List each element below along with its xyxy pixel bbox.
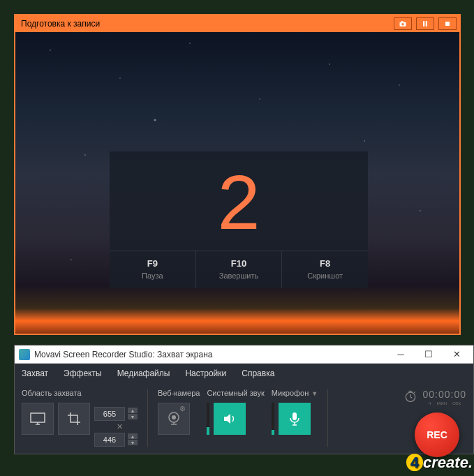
timer: 00:00:00 ч мин сек	[403, 389, 467, 406]
timer-unit-labels: ч мин сек	[428, 400, 461, 406]
countdown-number: 2	[110, 151, 368, 251]
capture-area-label: Область захвата	[22, 389, 138, 397]
crop-button[interactable]	[58, 403, 90, 435]
window-title: Movavi Screen Recorder Studio: Захват эк…	[34, 350, 387, 359]
width-up[interactable]: ▲	[128, 408, 138, 414]
close-button[interactable]: ✕	[443, 345, 471, 364]
hotkey-key: F9	[110, 258, 195, 269]
system-audio-level	[207, 403, 209, 435]
stop-button[interactable]	[438, 17, 457, 30]
microphone-icon	[286, 410, 303, 427]
speaker-icon	[221, 410, 238, 427]
microphone-section: Микрофон▼	[272, 389, 318, 447]
clock-icon[interactable]	[403, 389, 417, 406]
capture-area-frame: Подготовка к записи 2 F9 Пауза F10 Завер…	[14, 14, 461, 335]
countdown-panel: 2 F9 Пауза F10 Завершить F8 Скриншот	[110, 151, 368, 288]
webcam-toggle[interactable]: ⚙	[158, 403, 190, 435]
menu-settings[interactable]: Настройки	[185, 369, 226, 378]
camera-button[interactable]	[394, 17, 412, 30]
svg-rect-6	[31, 413, 45, 422]
gear-icon[interactable]: ⚙	[179, 405, 188, 413]
overlay-top-bar: Подготовка к записи	[15, 15, 459, 32]
menu-capture[interactable]: Захват	[22, 369, 48, 378]
menu-effects[interactable]: Эффекты	[64, 369, 102, 378]
watermark: 4create.	[406, 454, 473, 472]
system-audio-label: Системный звук	[207, 389, 264, 397]
height-up[interactable]: ▲	[128, 433, 138, 440]
pause-button[interactable]	[416, 17, 434, 30]
capture-area-section: Область захвата ▲ ▼ ✕	[22, 389, 138, 447]
monitor-icon	[29, 412, 46, 426]
hotkey-pause: F9 Пауза	[110, 251, 196, 288]
divider	[327, 389, 328, 447]
system-audio-section: Системный звук	[207, 389, 264, 447]
webcam-section: Веб-камера ⚙	[158, 389, 200, 447]
hotkey-label: Скриншот	[282, 272, 368, 280]
system-audio-toggle[interactable]	[214, 403, 246, 435]
menu-media[interactable]: Медиафайлы	[117, 369, 170, 378]
record-button[interactable]: REC	[415, 412, 459, 457]
app-window: Movavi Screen Recorder Studio: Захват эк…	[14, 345, 474, 454]
crop-icon	[66, 411, 82, 426]
overlay-title: Подготовка к записи	[18, 19, 390, 29]
record-section: 00:00:00 ч мин сек REC	[403, 389, 467, 447]
app-icon	[19, 349, 30, 360]
hotkey-screenshot: F8 Скриншот	[282, 251, 368, 288]
svg-rect-11	[292, 412, 297, 420]
mic-level	[272, 403, 274, 435]
height-down[interactable]: ▼	[128, 440, 138, 446]
hotkey-stop: F10 Завершить	[196, 251, 283, 288]
hotkey-label: Пауза	[110, 272, 195, 280]
svg-rect-4	[426, 21, 427, 27]
height-input[interactable]	[94, 433, 125, 447]
camera-icon	[399, 20, 407, 28]
record-label: REC	[427, 429, 447, 440]
microphone-toggle[interactable]	[279, 403, 311, 435]
svg-point-1	[401, 23, 403, 25]
svg-rect-5	[445, 22, 450, 26]
webcam-label: Веб-камера	[158, 389, 200, 397]
microphone-label: Микрофон▼	[272, 389, 318, 397]
divider	[147, 389, 148, 447]
menu-help[interactable]: Справка	[242, 369, 274, 378]
hotkey-key: F8	[282, 258, 368, 269]
svg-point-10	[172, 415, 176, 419]
svg-rect-2	[401, 21, 403, 22]
title-bar: Movavi Screen Recorder Studio: Захват эк…	[15, 345, 473, 364]
minimize-button[interactable]: ─	[387, 345, 415, 364]
dimension-separator: ✕	[101, 422, 138, 431]
dimension-inputs: ▲ ▼ ✕ ▲ ▼	[94, 407, 138, 447]
width-down[interactable]: ▼	[128, 414, 138, 420]
fullscreen-button[interactable]	[22, 403, 54, 435]
maximize-button[interactable]: ☐	[415, 345, 443, 364]
hotkey-key: F10	[196, 258, 282, 269]
control-panel: Область захвата ▲ ▼ ✕	[15, 383, 473, 454]
timer-digits: 00:00:00	[423, 389, 467, 400]
chevron-down-icon[interactable]: ▼	[311, 390, 318, 397]
svg-rect-3	[423, 21, 424, 27]
menu-bar: Захват Эффекты Медиафайлы Настройки Спра…	[15, 364, 473, 383]
width-input[interactable]	[94, 407, 125, 421]
pause-icon	[421, 20, 429, 28]
hotkey-row: F9 Пауза F10 Завершить F8 Скриншот	[110, 251, 368, 288]
hotkey-label: Завершить	[196, 272, 282, 280]
stop-icon	[443, 20, 452, 28]
